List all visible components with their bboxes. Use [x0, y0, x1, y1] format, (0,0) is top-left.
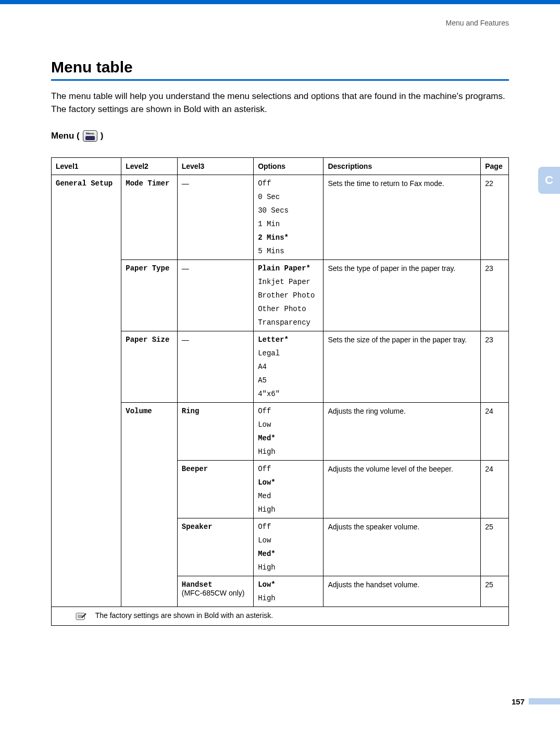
table-header-row: Level1 Level2 Level3 Options Description… — [52, 158, 509, 175]
menu-heading-suffix: ) — [101, 131, 104, 141]
table-footnote-text: The factory settings are shown in Bold w… — [95, 611, 273, 620]
option-default: 2 Mins* — [258, 233, 319, 242]
cell-page: 22 — [481, 175, 509, 260]
option: Off — [258, 465, 319, 473]
cell-level2: Volume — [126, 407, 152, 415]
option-default: Low* — [258, 478, 319, 487]
menu-button-icon-bar — [85, 136, 95, 140]
top-accent-bar — [0, 0, 560, 4]
cell-description: Sets the time to return to Fax mode. — [323, 175, 481, 260]
option: Low — [258, 536, 319, 545]
option-default: Plain Paper* — [258, 264, 319, 273]
cell-options: Low* High — [254, 576, 323, 607]
section-tab: C — [538, 167, 560, 194]
option: Off — [258, 179, 319, 188]
cell-page: 23 — [481, 331, 509, 403]
cell-page: 23 — [481, 260, 509, 331]
cell-description: Adjusts the volume level of the beeper. — [323, 461, 481, 518]
cell-level2: Paper Type — [126, 264, 169, 273]
option: A5 — [258, 376, 319, 385]
option: 4"x6" — [258, 390, 319, 398]
cell-description: Adjusts the ring volume. — [323, 403, 481, 461]
cell-options: Off 0 Sec 30 Secs 1 Min 2 Mins* 5 Mins — [254, 175, 323, 260]
menu-subheading: Menu ( Menu ) — [51, 130, 509, 142]
col-level1: Level1 — [52, 158, 121, 175]
menu-button-icon: Menu — [83, 130, 97, 142]
option: Other Photo — [258, 305, 319, 313]
table-footnote-row: The factory settings are shown in Bold w… — [52, 607, 509, 625]
option: 30 Secs — [258, 206, 319, 215]
header-section-label: Menu and Features — [0, 4, 560, 27]
cell-level3-note: (MFC-685CW only) — [182, 589, 245, 597]
option: Inkjet Paper — [258, 278, 319, 286]
col-page: Page — [481, 158, 509, 175]
option: A4 — [258, 363, 319, 371]
cell-options: Off Low* Med High — [254, 461, 323, 518]
option: 1 Min — [258, 220, 319, 228]
menu-table: Level1 Level2 Level3 Options Description… — [51, 157, 509, 625]
cell-level2: Paper Size — [126, 336, 169, 344]
option: 5 Mins — [258, 247, 319, 255]
option: Low — [258, 420, 319, 429]
cell-description: Adjusts the handset volume. — [323, 576, 481, 607]
option: High — [258, 448, 319, 456]
option-default: Letter* — [258, 336, 319, 344]
cell-level2: Mode Timer — [126, 179, 169, 188]
col-level2: Level2 — [121, 158, 177, 175]
option: Med — [258, 492, 319, 500]
col-descriptions: Descriptions — [323, 158, 481, 175]
cell-level3: Ring — [182, 407, 200, 415]
cell-options: Off Low Med* High — [254, 403, 323, 461]
page-footer: 157 — [0, 694, 560, 714]
page-number: 157 — [512, 697, 528, 706]
col-level3: Level3 — [177, 158, 253, 175]
cell-description: Sets the type of paper in the paper tray… — [323, 260, 481, 331]
cell-page: 25 — [481, 576, 509, 607]
cell-level3: Beeper — [182, 465, 208, 473]
option: High — [258, 563, 319, 572]
col-options: Options — [254, 158, 323, 175]
menu-button-icon-label: Menu — [86, 132, 94, 135]
title-rule — [51, 79, 509, 81]
option-default: Low* — [258, 580, 319, 589]
option: High — [258, 594, 319, 602]
table-row: General Setup Mode Timer — Off 0 Sec 30 … — [52, 175, 509, 260]
cell-level3: Handset — [182, 580, 213, 589]
cell-level3: — — [177, 175, 253, 260]
option: 0 Sec — [258, 193, 319, 201]
note-icon — [76, 612, 87, 621]
option: Off — [258, 523, 319, 531]
cell-level3: — — [177, 331, 253, 403]
option: Transparency — [258, 318, 319, 327]
page-number-stripe — [529, 698, 560, 704]
cell-level3: — — [177, 260, 253, 331]
cell-description: Adjusts the speaker volume. — [323, 518, 481, 576]
intro-paragraph: The menu table will help you understand … — [51, 90, 509, 116]
cell-description: Sets the size of the paper in the paper … — [323, 331, 481, 403]
option: Legal — [258, 349, 319, 357]
cell-page: 24 — [481, 403, 509, 461]
menu-heading-prefix: Menu ( — [51, 131, 80, 141]
cell-level1: General Setup — [56, 179, 113, 188]
option: High — [258, 505, 319, 514]
option: Off — [258, 407, 319, 415]
cell-level3: Speaker — [182, 523, 213, 531]
page-title: Menu table — [51, 58, 509, 76]
cell-options: Off Low Med* High — [254, 518, 323, 576]
cell-page: 25 — [481, 518, 509, 576]
cell-options: Letter* Legal A4 A5 4"x6" — [254, 331, 323, 403]
option-default: Med* — [258, 434, 319, 442]
option-default: Med* — [258, 550, 319, 558]
option: Brother Photo — [258, 291, 319, 300]
cell-options: Plain Paper* Inkjet Paper Brother Photo … — [254, 260, 323, 331]
cell-page: 24 — [481, 461, 509, 518]
